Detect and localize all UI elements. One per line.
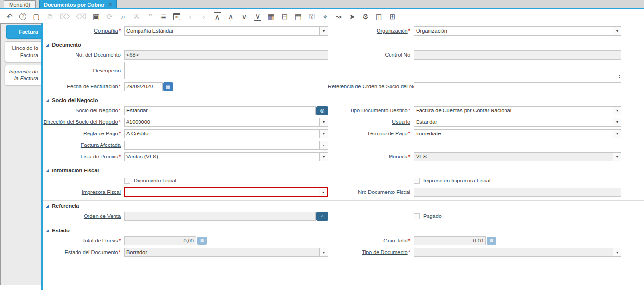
lista-precios-select[interactable]: Ventas (VES) ▾ <box>124 152 328 161</box>
undo-icon[interactable]: ↶ <box>6 13 13 20</box>
moneda-select[interactable]: VES ▾ <box>414 152 621 161</box>
close-icon[interactable]: ✕ <box>108 1 113 8</box>
documento-fiscal-label: Documento Fiscal <box>134 178 176 183</box>
tab-factura[interactable]: Factura <box>6 25 41 39</box>
compania-select[interactable]: Compañía Estándar ▾ <box>124 26 328 36</box>
chevron-down-icon[interactable]: ▾ <box>613 27 621 35</box>
moneda-label[interactable]: Moneda* <box>328 154 414 159</box>
previous-tab-icon[interactable]: ‹ <box>187 13 194 20</box>
workflow-icon[interactable]: ↝ <box>335 13 342 20</box>
report-icon[interactable]: ▦ <box>267 13 275 20</box>
pagado-label: Pagado <box>423 213 442 219</box>
tipo-doc-destino-label[interactable]: Tipo Documento Destino* <box>328 108 414 113</box>
impreso-impresora-fiscal-checkbox[interactable] <box>414 178 420 184</box>
impresora-fiscal-select[interactable]: ▾ <box>124 187 328 197</box>
factura-afectada-label[interactable]: Factura Afectada <box>43 142 124 148</box>
referencia-orden-input[interactable] <box>414 82 621 91</box>
direccion-socio-select[interactable]: #1000000 ▾ <box>124 118 328 127</box>
factura-afectada-select[interactable]: ▾ <box>124 141 328 150</box>
next-tab-icon[interactable]: › <box>200 13 207 20</box>
calendar-picker-icon[interactable]: ▦ <box>163 82 173 91</box>
chevron-down-icon[interactable]: ▾ <box>613 118 621 126</box>
last-record-icon[interactable]: ∨ <box>254 12 261 21</box>
chevron-down-icon[interactable]: ▾ <box>613 107 621 115</box>
lock-icon[interactable]: ⚿ <box>308 13 315 20</box>
chevron-down-icon[interactable]: ▾ <box>319 27 328 35</box>
chevron-down-icon[interactable]: ▾ <box>319 118 328 126</box>
pagado-checkbox[interactable] <box>414 213 420 219</box>
settings-icon[interactable]: ⚙ <box>362 13 369 20</box>
accent-strip <box>41 23 43 290</box>
fecha-facturacion-input[interactable] <box>124 82 163 91</box>
socio-negocio-input[interactable] <box>124 106 316 115</box>
usuario-select[interactable]: Estandar ▾ <box>414 118 621 127</box>
copy-record-icon[interactable]: ⧉ <box>46 13 53 20</box>
direccion-socio-label[interactable]: Dirección del Socio del Negocio* <box>43 119 124 125</box>
memo-icon[interactable]: ⊞ <box>389 13 396 20</box>
socio-negocio-label[interactable]: Socio del Negocio* <box>43 108 124 113</box>
archive-icon[interactable]: ⊟ <box>281 13 288 20</box>
new-record-icon[interactable]: ▢ <box>33 13 40 20</box>
gran-total-label: Gran Total* <box>328 238 414 243</box>
collapse-icon[interactable]: ◢ <box>46 43 49 47</box>
documento-fiscal-checkbox[interactable] <box>124 178 130 184</box>
tipo-documento-select[interactable]: ▾ <box>414 248 621 257</box>
first-record-icon[interactable]: ∧ <box>214 12 221 21</box>
descripcion-textarea[interactable] <box>124 62 621 79</box>
print-icon[interactable]: ▤ <box>294 13 302 20</box>
calculator-icon[interactable]: ▦ <box>197 237 207 245</box>
termino-pago-select[interactable]: Immediate ▾ <box>414 129 621 138</box>
delete-record-icon[interactable]: ⌦ <box>60 13 70 20</box>
chevron-down-icon[interactable]: ▾ <box>319 141 328 149</box>
calculator-icon[interactable]: ▦ <box>487 237 496 245</box>
report-find-icon[interactable]: ◫ <box>375 13 382 20</box>
collapse-icon[interactable]: ◢ <box>46 204 49 208</box>
tipo-doc-destino-select[interactable]: Factura de Cuentas por Cobrar Nacional ▾ <box>414 106 621 115</box>
orden-venta-search-icon[interactable]: ⌕ <box>316 212 328 221</box>
collapse-icon[interactable]: ◢ <box>46 229 49 233</box>
collapse-icon[interactable]: ◢ <box>46 98 49 103</box>
gran-total-field: 0,00 <box>414 236 486 245</box>
chevron-down-icon[interactable]: ▾ <box>319 153 328 161</box>
impresora-fiscal-label[interactable]: Impresora Fiscal <box>43 189 124 195</box>
chevron-down-icon[interactable]: ▾ <box>613 130 621 138</box>
usuario-label[interactable]: Usuario <box>328 119 414 125</box>
tipo-documento-label[interactable]: Tipo de Documento* <box>328 249 414 255</box>
find-icon[interactable]: ⌕ <box>119 13 126 20</box>
compania-label[interactable]: Compañía* <box>43 28 124 34</box>
control-no-field <box>414 50 621 60</box>
calendar-icon[interactable]: 31 <box>173 13 180 20</box>
send-icon[interactable]: ➤ <box>348 13 355 20</box>
save-icon[interactable]: ▣ <box>92 13 100 20</box>
refresh-icon[interactable]: ⟳ <box>106 13 113 20</box>
no-documento-field: <68> <box>124 50 328 60</box>
zoom-window-icon[interactable]: ⌖ <box>321 13 328 20</box>
tab-impuesto-de-la-factura[interactable]: Impuesto de la Factura <box>5 65 41 86</box>
chevron-down-icon[interactable]: ▾ <box>319 130 328 138</box>
regla-pago-select[interactable]: A Crédito ▾ <box>124 129 328 138</box>
attachment-icon[interactable]: ✇ <box>133 13 140 20</box>
tab-linea-de-la-factura[interactable]: Línea de la Factura <box>5 41 41 62</box>
help-icon[interactable]: ? <box>19 13 26 20</box>
grid-toggle-icon[interactable]: ≣ <box>160 13 167 20</box>
orden-venta-label[interactable]: Orden de Venta <box>43 213 124 219</box>
chevron-down-icon[interactable]: ▾ <box>613 153 621 161</box>
delete-selection-icon[interactable]: ⌫ <box>76 13 86 20</box>
previous-record-icon[interactable]: ∧ <box>227 13 234 20</box>
lista-precios-label[interactable]: Lista de Precios* <box>43 154 124 159</box>
fecha-facturacion-label: Fecha de Facturación* <box>43 84 124 89</box>
chevron-down-icon[interactable]: ▾ <box>613 248 621 256</box>
chevron-down-icon[interactable]: ▾ <box>319 248 328 256</box>
collapse-icon[interactable]: ◢ <box>46 169 49 173</box>
termino-pago-label[interactable]: Término de Pago* <box>328 131 414 136</box>
next-record-icon[interactable]: ∨ <box>240 13 248 20</box>
tab-menu[interactable]: Menú (0) <box>4 0 36 8</box>
referencia-orden-label: Referencia de Orden de Socio del Negocio <box>328 84 414 89</box>
tab-documentos-por-cobrar[interactable]: Documentos por Cobrar ✕ <box>39 0 117 8</box>
organizacion-select[interactable]: Organización ▾ <box>414 26 621 36</box>
organizacion-label[interactable]: Organización* <box>328 28 414 34</box>
chevron-down-icon[interactable]: ▾ <box>319 188 327 196</box>
bpartner-search-icon[interactable]: ◎ <box>316 106 328 115</box>
chat-icon[interactable]: ❞ <box>146 13 153 20</box>
estado-documento-select[interactable]: Borrador ▾ <box>124 248 328 257</box>
